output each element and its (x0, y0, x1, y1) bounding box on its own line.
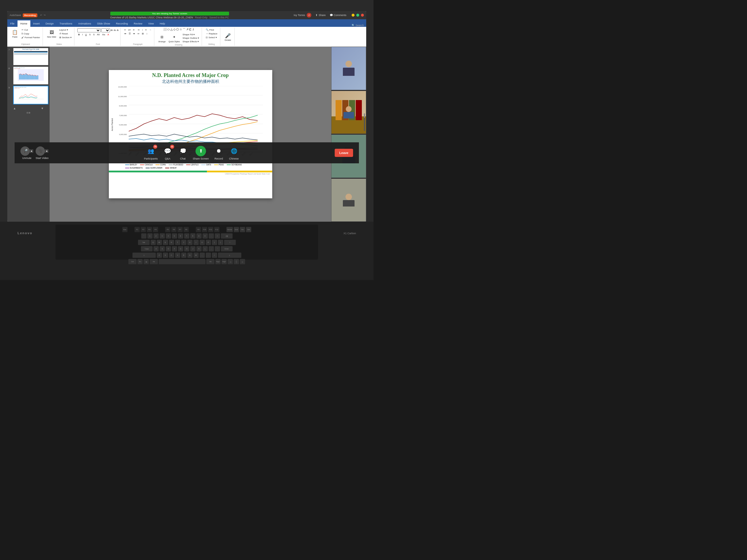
layout-button[interactable]: Layout ▾ (58, 28, 72, 31)
strikethrough-btn[interactable]: S (88, 33, 92, 36)
numbered-list-btn[interactable]: 1≡ (127, 28, 132, 31)
key-arrow-up-down[interactable]: △▽ (234, 259, 239, 264)
key-h[interactable]: H (184, 246, 189, 251)
new-slide-button[interactable]: 🖼 New Slide (46, 28, 57, 38)
bold-button[interactable]: B (77, 33, 81, 36)
smartart-btn[interactable]: → (148, 28, 152, 31)
decrease-indent-btn[interactable]: ⇤ (132, 28, 136, 31)
paste-button[interactable]: 📋 Paste (10, 28, 20, 38)
clear-format-btn[interactable]: A (117, 29, 119, 31)
key-f2[interactable]: F2 (140, 227, 146, 232)
leave-button[interactable]: Leave (335, 149, 353, 157)
key-x[interactable]: X (163, 252, 168, 258)
key-semicolon[interactable]: ; (209, 246, 214, 251)
key-o[interactable]: O (200, 240, 205, 245)
font-size-increase[interactable]: A+ (110, 29, 113, 31)
key-lbracket[interactable]: [ (212, 240, 217, 245)
justify-btn[interactable]: ⇔ (136, 32, 140, 35)
key-esc[interactable]: Esc (122, 227, 128, 232)
key-space[interactable] (159, 259, 205, 264)
key-fn[interactable]: Fn (137, 259, 143, 264)
key-home[interactable]: Home (227, 227, 233, 232)
font-size-select[interactable] (101, 28, 110, 32)
cut-button[interactable]: ✂ Cut (21, 28, 41, 31)
key-f12[interactable]: F12 (214, 227, 220, 232)
key-3[interactable]: 3 (160, 233, 165, 239)
format-painter-button[interactable]: 🖌 Format Painter (21, 36, 41, 39)
tab-design[interactable]: Design (43, 20, 57, 27)
key-arrow-left[interactable]: ◁ (228, 259, 233, 264)
key-alt-left[interactable]: Alt (150, 259, 158, 264)
underline-button[interactable]: U (84, 33, 88, 36)
key-pagedn[interactable]: PgD (222, 259, 227, 264)
key-i[interactable]: I (194, 240, 199, 245)
shape-2[interactable]: ⬭ (167, 28, 170, 32)
tab-slideshow[interactable]: Slide Show (94, 20, 113, 27)
increase-indent-btn[interactable]: ⇥ (136, 28, 140, 31)
shape-10[interactable]: ⤸ (192, 28, 194, 32)
key-tab[interactable]: Tab (138, 240, 150, 245)
key-ctrl-left[interactable]: Ctrl (128, 259, 136, 264)
unmute-button[interactable]: 🎤 ▲ Unmute (20, 146, 33, 160)
key-rbracket[interactable]: ] (218, 240, 223, 245)
slide-7-preview[interactable]: Barley Supply & Demand Table 大麦供需 表格 (13, 48, 48, 65)
key-0[interactable]: 0 (203, 233, 208, 239)
key-backslash[interactable]: \ (224, 240, 236, 245)
key-v[interactable]: V (175, 252, 180, 258)
bullet-list-btn[interactable]: ≡ (123, 28, 127, 31)
record-button[interactable]: ⏺ Record (213, 146, 224, 160)
align-left-btn[interactable]: ⬅ (123, 32, 127, 35)
key-z[interactable]: Z (157, 252, 162, 258)
tab-insert[interactable]: Insert (30, 20, 43, 27)
key-minus[interactable]: - (209, 233, 214, 239)
key-f1[interactable]: F1 (134, 227, 140, 232)
key-equal[interactable]: = (215, 233, 220, 239)
chat-button[interactable]: 💭 Chat (178, 146, 188, 160)
key-4[interactable]: 4 (166, 233, 171, 239)
slide-9-preview[interactable]: Production for Major Barley States 美国大麦主… (13, 86, 48, 104)
align-center-btn[interactable]: ☰ (128, 32, 132, 35)
section-button[interactable]: ⊞ Section ▾ (58, 36, 72, 39)
key-g[interactable]: G (178, 246, 183, 251)
key-9[interactable]: 9 (197, 233, 202, 239)
shape-5[interactable]: ⬠ (176, 28, 179, 32)
key-6[interactable]: 6 (178, 233, 183, 239)
key-backtick[interactable]: ` (141, 233, 147, 239)
font-family-select[interactable] (77, 28, 101, 32)
shape-fill-btn[interactable]: Shape Fill ▾ (181, 33, 200, 36)
key-p[interactable]: P (206, 240, 211, 245)
key-c[interactable]: C (169, 252, 174, 258)
key-f4[interactable]: F4 (153, 227, 158, 232)
key-w[interactable]: W (157, 240, 162, 245)
char-spacing-btn[interactable]: AV (96, 33, 101, 36)
shape-8[interactable]: ↗ (186, 28, 188, 32)
tab-transitions[interactable]: Transitions (57, 20, 75, 27)
key-delete[interactable]: Del (246, 227, 251, 232)
key-insert[interactable]: Ins (240, 227, 245, 232)
key-1[interactable]: 1 (147, 233, 153, 239)
key-n[interactable]: N (187, 252, 192, 258)
minimize-button[interactable] (352, 14, 355, 17)
line-spacing-btn[interactable]: ↕ (145, 32, 148, 35)
video-participant-4[interactable] (331, 179, 366, 222)
slide-8-preview[interactable]: U.S. Barley - Total Prod. & Use 美国大麦 总产量… (13, 66, 48, 85)
key-f6[interactable]: F6 (171, 227, 177, 232)
tab-recording[interactable]: Recording (113, 20, 131, 27)
key-backspace[interactable]: ⌫ (221, 233, 233, 239)
search-box[interactable]: 🔍 Search (349, 24, 366, 27)
key-f3[interactable]: F3 (147, 227, 152, 232)
key-q[interactable]: Q (151, 240, 156, 245)
key-j[interactable]: J (190, 246, 196, 251)
key-f10[interactable]: F10 (202, 227, 207, 232)
shadow-btn[interactable]: S (92, 33, 96, 36)
key-quote[interactable]: ' (215, 246, 220, 251)
chinese-button[interactable]: 🌐 Chinese (229, 146, 239, 160)
case-btn[interactable]: Aa (101, 33, 106, 36)
italic-button[interactable]: I (81, 33, 84, 36)
shape-3[interactable]: △ (171, 28, 173, 32)
share-screen-button[interactable]: ⬆ Share Screen (193, 146, 209, 160)
key-l[interactable]: L (203, 246, 208, 251)
quick-styles-button[interactable]: ✦ Quick Styles (168, 33, 181, 43)
key-d[interactable]: D (166, 246, 171, 251)
text-direction-btn[interactable]: ↕ (141, 28, 144, 31)
